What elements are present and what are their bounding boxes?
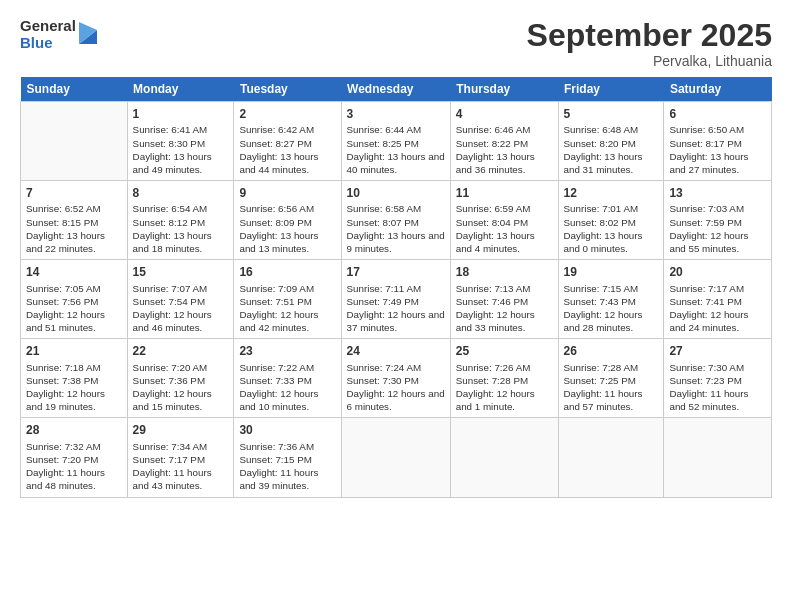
day-sunset: Sunset: 7:49 PM	[347, 295, 445, 308]
day-sunset: Sunset: 7:30 PM	[347, 374, 445, 387]
calendar-cell: 17 Sunrise: 7:11 AM Sunset: 7:49 PM Dayl…	[341, 260, 450, 339]
calendar-cell	[341, 418, 450, 497]
day-sunrise: Sunrise: 7:09 AM	[239, 282, 335, 295]
calendar-week-2: 7 Sunrise: 6:52 AM Sunset: 8:15 PM Dayli…	[21, 181, 772, 260]
calendar-cell: 28 Sunrise: 7:32 AM Sunset: 7:20 PM Dayl…	[21, 418, 128, 497]
day-number: 22	[133, 343, 229, 359]
day-sunset: Sunset: 7:33 PM	[239, 374, 335, 387]
col-friday: Friday	[558, 77, 664, 102]
day-daylight: Daylight: 12 hours and 15 minutes.	[133, 387, 229, 413]
calendar-cell: 18 Sunrise: 7:13 AM Sunset: 7:46 PM Dayl…	[450, 260, 558, 339]
day-sunrise: Sunrise: 7:22 AM	[239, 361, 335, 374]
day-daylight: Daylight: 12 hours and 46 minutes.	[133, 308, 229, 334]
day-daylight: Daylight: 13 hours and 40 minutes.	[347, 150, 445, 176]
day-sunset: Sunset: 7:20 PM	[26, 453, 122, 466]
day-number: 29	[133, 422, 229, 438]
calendar-cell: 26 Sunrise: 7:28 AM Sunset: 7:25 PM Dayl…	[558, 339, 664, 418]
day-daylight: Daylight: 13 hours and 13 minutes.	[239, 229, 335, 255]
day-sunrise: Sunrise: 7:28 AM	[564, 361, 659, 374]
day-sunrise: Sunrise: 6:59 AM	[456, 202, 553, 215]
day-number: 6	[669, 106, 766, 122]
day-sunrise: Sunrise: 7:34 AM	[133, 440, 229, 453]
calendar-cell: 7 Sunrise: 6:52 AM Sunset: 8:15 PM Dayli…	[21, 181, 128, 260]
day-sunset: Sunset: 8:25 PM	[347, 137, 445, 150]
day-sunset: Sunset: 8:22 PM	[456, 137, 553, 150]
day-sunrise: Sunrise: 6:44 AM	[347, 123, 445, 136]
day-number: 27	[669, 343, 766, 359]
day-daylight: Daylight: 11 hours and 43 minutes.	[133, 466, 229, 492]
day-number: 14	[26, 264, 122, 280]
day-sunset: Sunset: 8:27 PM	[239, 137, 335, 150]
day-daylight: Daylight: 11 hours and 39 minutes.	[239, 466, 335, 492]
day-sunrise: Sunrise: 6:58 AM	[347, 202, 445, 215]
day-number: 4	[456, 106, 553, 122]
logo-general: General	[20, 18, 76, 35]
col-tuesday: Tuesday	[234, 77, 341, 102]
day-sunset: Sunset: 7:43 PM	[564, 295, 659, 308]
day-daylight: Daylight: 13 hours and 4 minutes.	[456, 229, 553, 255]
day-number: 9	[239, 185, 335, 201]
day-sunset: Sunset: 7:46 PM	[456, 295, 553, 308]
calendar-table: Sunday Monday Tuesday Wednesday Thursday…	[20, 77, 772, 497]
day-sunset: Sunset: 8:20 PM	[564, 137, 659, 150]
day-sunrise: Sunrise: 7:36 AM	[239, 440, 335, 453]
day-sunset: Sunset: 7:17 PM	[133, 453, 229, 466]
day-number: 26	[564, 343, 659, 359]
day-sunrise: Sunrise: 6:52 AM	[26, 202, 122, 215]
calendar-cell: 22 Sunrise: 7:20 AM Sunset: 7:36 PM Dayl…	[127, 339, 234, 418]
day-sunset: Sunset: 8:07 PM	[347, 216, 445, 229]
day-daylight: Daylight: 12 hours and 42 minutes.	[239, 308, 335, 334]
day-daylight: Daylight: 13 hours and 0 minutes.	[564, 229, 659, 255]
day-sunset: Sunset: 7:36 PM	[133, 374, 229, 387]
calendar-cell	[664, 418, 772, 497]
day-daylight: Daylight: 12 hours and 24 minutes.	[669, 308, 766, 334]
day-sunrise: Sunrise: 7:01 AM	[564, 202, 659, 215]
logo-icon	[79, 22, 97, 44]
calendar-cell: 25 Sunrise: 7:26 AM Sunset: 7:28 PM Dayl…	[450, 339, 558, 418]
day-number: 19	[564, 264, 659, 280]
location: Pervalka, Lithuania	[527, 53, 772, 69]
day-number: 5	[564, 106, 659, 122]
day-sunrise: Sunrise: 7:13 AM	[456, 282, 553, 295]
day-number: 23	[239, 343, 335, 359]
calendar-cell: 27 Sunrise: 7:30 AM Sunset: 7:23 PM Dayl…	[664, 339, 772, 418]
day-daylight: Daylight: 13 hours and 27 minutes.	[669, 150, 766, 176]
calendar-cell: 30 Sunrise: 7:36 AM Sunset: 7:15 PM Dayl…	[234, 418, 341, 497]
day-daylight: Daylight: 11 hours and 48 minutes.	[26, 466, 122, 492]
calendar-cell: 9 Sunrise: 6:56 AM Sunset: 8:09 PM Dayli…	[234, 181, 341, 260]
calendar-cell: 4 Sunrise: 6:46 AM Sunset: 8:22 PM Dayli…	[450, 102, 558, 181]
day-sunset: Sunset: 8:12 PM	[133, 216, 229, 229]
day-sunset: Sunset: 8:09 PM	[239, 216, 335, 229]
day-sunrise: Sunrise: 7:07 AM	[133, 282, 229, 295]
day-sunrise: Sunrise: 6:46 AM	[456, 123, 553, 136]
month-title: September 2025	[527, 18, 772, 53]
calendar-cell: 11 Sunrise: 6:59 AM Sunset: 8:04 PM Dayl…	[450, 181, 558, 260]
page: General Blue September 2025 Pervalka, Li…	[0, 0, 792, 612]
day-sunset: Sunset: 7:56 PM	[26, 295, 122, 308]
calendar-cell: 20 Sunrise: 7:17 AM Sunset: 7:41 PM Dayl…	[664, 260, 772, 339]
day-sunset: Sunset: 7:28 PM	[456, 374, 553, 387]
calendar-week-3: 14 Sunrise: 7:05 AM Sunset: 7:56 PM Dayl…	[21, 260, 772, 339]
logo: General Blue	[20, 18, 97, 51]
day-sunset: Sunset: 7:15 PM	[239, 453, 335, 466]
day-daylight: Daylight: 13 hours and 44 minutes.	[239, 150, 335, 176]
day-daylight: Daylight: 12 hours and 37 minutes.	[347, 308, 445, 334]
day-daylight: Daylight: 12 hours and 6 minutes.	[347, 387, 445, 413]
day-number: 25	[456, 343, 553, 359]
day-daylight: Daylight: 12 hours and 33 minutes.	[456, 308, 553, 334]
day-sunset: Sunset: 8:17 PM	[669, 137, 766, 150]
day-number: 2	[239, 106, 335, 122]
day-daylight: Daylight: 11 hours and 57 minutes.	[564, 387, 659, 413]
day-daylight: Daylight: 12 hours and 51 minutes.	[26, 308, 122, 334]
day-number: 12	[564, 185, 659, 201]
calendar-cell	[558, 418, 664, 497]
logo-blue: Blue	[20, 35, 76, 52]
calendar-cell: 14 Sunrise: 7:05 AM Sunset: 7:56 PM Dayl…	[21, 260, 128, 339]
day-sunrise: Sunrise: 7:17 AM	[669, 282, 766, 295]
day-sunset: Sunset: 8:15 PM	[26, 216, 122, 229]
day-number: 24	[347, 343, 445, 359]
day-number: 1	[133, 106, 229, 122]
calendar-cell: 5 Sunrise: 6:48 AM Sunset: 8:20 PM Dayli…	[558, 102, 664, 181]
day-sunset: Sunset: 7:59 PM	[669, 216, 766, 229]
day-number: 28	[26, 422, 122, 438]
